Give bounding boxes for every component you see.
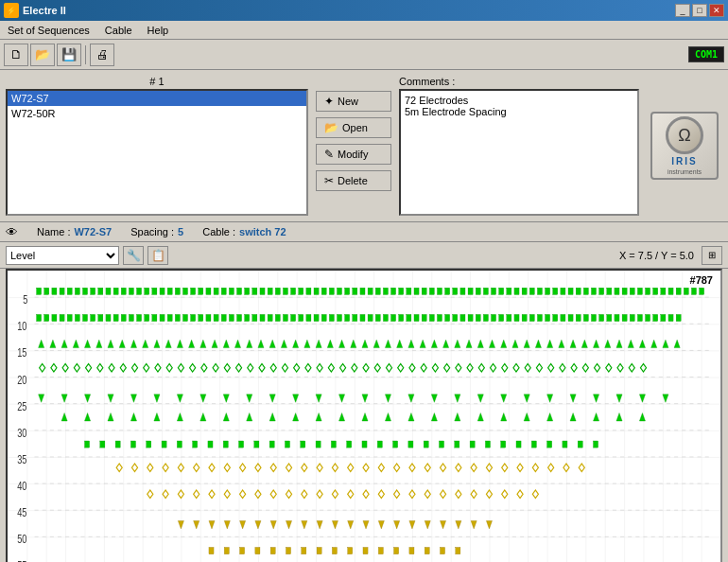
level-select[interactable]: Level Level 1 Level 2 <box>6 246 119 265</box>
action-buttons-panel: ✦ New 📂 Open ✎ Modify ✂ Delete <box>316 76 391 216</box>
svg-rect-158 <box>329 314 334 321</box>
svg-rect-160 <box>345 314 350 321</box>
svg-rect-202 <box>668 314 673 321</box>
svg-rect-189 <box>568 314 573 321</box>
svg-rect-84 <box>429 288 434 294</box>
svg-rect-483 <box>270 548 275 554</box>
svg-rect-80 <box>399 288 404 294</box>
svg-rect-54 <box>199 288 203 294</box>
svg-rect-134 <box>145 314 149 321</box>
svg-text:40: 40 <box>17 480 26 493</box>
svg-rect-117 <box>684 288 688 294</box>
iris-brand-text: IRIS <box>671 156 697 167</box>
save-file-button[interactable]: 💾 <box>57 44 81 66</box>
svg-rect-141 <box>199 314 203 321</box>
svg-rect-156 <box>314 314 319 321</box>
menu-cable[interactable]: Cable <box>101 23 136 38</box>
svg-rect-376 <box>223 441 228 448</box>
svg-rect-82 <box>414 288 419 294</box>
svg-rect-86 <box>445 288 450 294</box>
svg-rect-136 <box>160 314 165 321</box>
svg-rect-186 <box>546 314 550 321</box>
svg-rect-138 <box>175 314 180 321</box>
svg-rect-393 <box>485 441 490 448</box>
title-bar-left: ⚡ Electre II <box>4 3 66 18</box>
cable-field: Cable : switch 72 <box>202 226 286 237</box>
svg-rect-129 <box>106 314 111 321</box>
minimize-button[interactable]: _ <box>675 4 690 17</box>
grid-button[interactable]: ⊞ <box>702 246 722 265</box>
svg-rect-487 <box>332 548 337 554</box>
svg-rect-200 <box>653 314 658 321</box>
svg-rect-199 <box>646 314 650 321</box>
delete-sequence-button[interactable]: ✂ Delete <box>316 170 391 191</box>
svg-rect-396 <box>531 441 536 448</box>
svg-rect-479 <box>209 548 214 554</box>
svg-rect-37 <box>67 288 72 294</box>
menu-help[interactable]: Help <box>144 23 173 38</box>
svg-rect-494 <box>440 548 444 554</box>
open-label: Open <box>342 122 368 133</box>
modify-sequence-button[interactable]: ✎ Modify <box>316 144 391 165</box>
svg-rect-368 <box>100 441 105 448</box>
menu-sequences[interactable]: Set of Sequences <box>4 23 94 38</box>
svg-rect-56 <box>214 288 218 294</box>
svg-rect-169 <box>414 314 419 321</box>
open-file-button[interactable]: 📂 <box>30 44 55 66</box>
svg-text:20: 20 <box>17 373 26 386</box>
svg-rect-108 <box>615 288 619 294</box>
tool-button-2[interactable]: 📋 <box>147 246 168 265</box>
svg-rect-482 <box>255 548 260 554</box>
svg-rect-400 <box>594 441 598 448</box>
svg-text:10: 10 <box>17 320 26 333</box>
close-button[interactable]: ✕ <box>709 4 724 17</box>
svg-rect-172 <box>437 314 442 321</box>
svg-rect-491 <box>394 548 399 554</box>
iris-logo: Ω IRIS instruments <box>647 76 722 216</box>
svg-text:45: 45 <box>17 506 26 519</box>
svg-rect-371 <box>147 441 151 448</box>
svg-rect-377 <box>239 441 244 448</box>
svg-rect-51 <box>175 288 180 294</box>
svg-rect-45 <box>129 288 133 294</box>
comments-box: 72 Electrodes 5m Electrode Spacing <box>399 89 639 216</box>
svg-rect-485 <box>302 548 306 554</box>
svg-rect-42 <box>106 288 111 294</box>
new-file-button[interactable]: 🗋 <box>4 44 28 66</box>
svg-rect-488 <box>348 548 353 554</box>
tool-button-1[interactable]: 🔧 <box>123 246 144 265</box>
print-button[interactable]: 🖨 <box>90 44 114 66</box>
status-bar: 👁 Name : W72-S7 Spacing : 5 Cable : swit… <box>0 221 728 242</box>
svg-rect-67 <box>299 288 303 294</box>
svg-rect-162 <box>360 314 365 321</box>
new-sequence-button[interactable]: ✦ New <box>316 91 391 112</box>
svg-rect-165 <box>383 314 388 321</box>
svg-rect-113 <box>653 288 658 294</box>
svg-rect-490 <box>378 548 383 554</box>
svg-rect-109 <box>622 288 627 294</box>
svg-rect-69 <box>314 288 319 294</box>
svg-rect-125 <box>75 314 79 321</box>
svg-rect-173 <box>445 314 450 321</box>
open-sequence-button[interactable]: 📂 Open <box>316 117 391 138</box>
svg-rect-127 <box>91 314 95 321</box>
svg-rect-178 <box>483 314 488 321</box>
svg-rect-114 <box>661 288 666 294</box>
window-controls: _ □ ✕ <box>675 4 724 17</box>
svg-rect-49 <box>160 288 165 294</box>
svg-rect-197 <box>630 314 634 321</box>
chart-number: #787 <box>690 274 713 286</box>
svg-text:15: 15 <box>17 346 26 360</box>
iris-sub-text: instruments <box>667 168 702 175</box>
sequence-item-1[interactable]: W72-50R <box>8 106 306 121</box>
toolbar-separator <box>85 45 86 64</box>
svg-rect-146 <box>237 314 242 321</box>
svg-rect-120 <box>37 314 42 321</box>
maximize-button[interactable]: □ <box>692 4 707 17</box>
new-icon: ✦ <box>324 95 334 108</box>
svg-rect-191 <box>583 314 588 321</box>
svg-rect-195 <box>615 314 619 321</box>
sequence-item-0[interactable]: W72-S7 <box>8 91 306 106</box>
svg-rect-149 <box>260 314 265 321</box>
iris-logo-inner: Ω IRIS instruments <box>650 112 719 180</box>
